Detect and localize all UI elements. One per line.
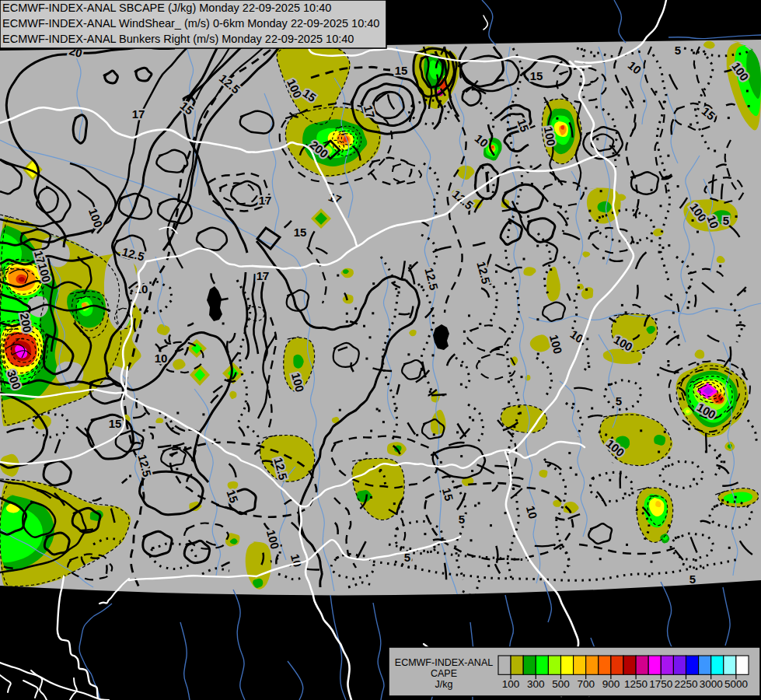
svg-text:5: 5 <box>675 44 681 57</box>
svg-text:5: 5 <box>689 572 696 586</box>
svg-text:2250: 2250 <box>674 678 697 690</box>
svg-text:17: 17 <box>257 269 270 282</box>
svg-text:J/kg: J/kg <box>435 679 453 690</box>
svg-text:700: 700 <box>577 678 595 690</box>
svg-text:ECMWF-INDEX-ANAL: ECMWF-INDEX-ANAL <box>395 657 493 668</box>
svg-text:5: 5 <box>459 513 465 526</box>
svg-text:17: 17 <box>132 107 145 121</box>
svg-text:15: 15 <box>395 64 408 77</box>
svg-text:ECMWF-INDEX-ANAL SBCAPE (J/kg): ECMWF-INDEX-ANAL SBCAPE (J/kg) Monday 22… <box>2 2 331 14</box>
svg-text:100: 100 <box>502 678 520 690</box>
svg-text:15: 15 <box>109 417 122 430</box>
svg-text:ECMWF-INDEX-ANAL WindShear_ (m: ECMWF-INDEX-ANAL WindShear_ (m/s) 0-6km … <box>2 17 379 30</box>
svg-text:5000: 5000 <box>724 678 748 690</box>
svg-text:900: 900 <box>602 678 620 690</box>
svg-text:CAPE: CAPE <box>431 668 457 679</box>
svg-text:3000: 3000 <box>700 678 723 690</box>
svg-text:10: 10 <box>155 352 168 365</box>
svg-text:300: 300 <box>527 678 545 690</box>
svg-text:1750: 1750 <box>649 678 672 690</box>
svg-text:5: 5 <box>723 214 729 227</box>
svg-text:500: 500 <box>552 678 570 690</box>
svg-text:ECMWF-INDEX-ANAL Bunkers Right: ECMWF-INDEX-ANAL Bunkers Right (m/s) Mon… <box>2 33 354 45</box>
svg-text:5: 5 <box>616 394 622 408</box>
svg-text:15: 15 <box>530 69 543 82</box>
svg-text:1250: 1250 <box>624 678 648 690</box>
svg-text:15: 15 <box>294 226 307 239</box>
svg-text:17: 17 <box>259 194 272 207</box>
